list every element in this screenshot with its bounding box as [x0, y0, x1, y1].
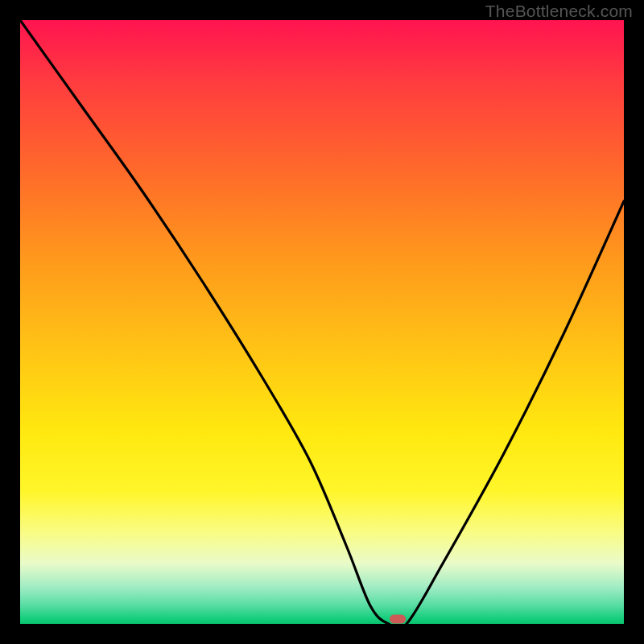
watermark-text: TheBottleneck.com: [485, 2, 633, 21]
optimal-point-marker: [390, 615, 406, 624]
plot-area: [20, 20, 624, 624]
chart-frame: TheBottleneck.com: [0, 0, 644, 644]
curve-svg: [20, 20, 624, 624]
bottleneck-curve-path: [20, 20, 624, 624]
